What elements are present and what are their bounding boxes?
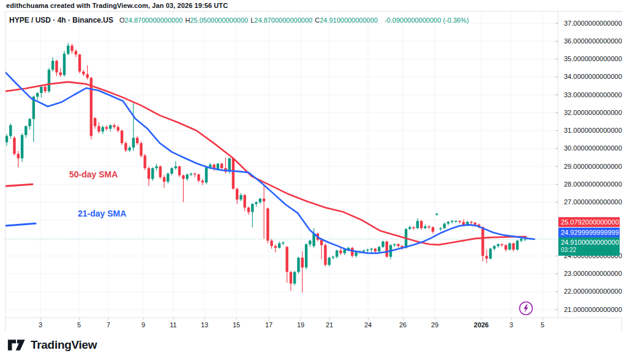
candle: [167, 173, 169, 184]
candle: [332, 256, 334, 259]
candle: [94, 117, 96, 129]
time-axis-tick: [435, 318, 435, 321]
candle: [486, 250, 488, 263]
time-axis-label: 3: [509, 321, 513, 329]
candle: [459, 220, 461, 224]
ohlc-values: O24.8700000000000H25.0500000000000L24.87…: [119, 17, 380, 24]
time-axis-tick: [173, 318, 174, 321]
price-axis-label: 27.0000000000000: [564, 198, 622, 206]
chart-panel: HYPE / USD · 4h · Binance.US O24.8700000…: [5, 11, 622, 330]
candle: [132, 102, 135, 151]
candle: [282, 242, 284, 245]
time-axis-tick: [108, 318, 109, 321]
time-axis-tick: [205, 318, 205, 321]
time-axis-label: 24: [364, 321, 372, 329]
candle: [274, 244, 277, 252]
candle: [97, 122, 100, 133]
candle: [186, 174, 189, 181]
candle: [128, 146, 130, 152]
attribution-text: edithchuama created with TradingView.com…: [6, 2, 228, 9]
candle: [205, 166, 208, 184]
candle: [59, 68, 62, 77]
last-price-badge[interactable]: 24.9100000000000 03:22: [558, 237, 620, 256]
chart-legend: HYPE / USD · 4h · Binance.US O24.8700000…: [9, 16, 469, 24]
candle: [447, 221, 449, 225]
price-axis-label: 30.0000000000000: [564, 144, 622, 152]
time-axis-tick: [481, 318, 482, 321]
price-axis-label: 34.0000000000000: [564, 73, 622, 80]
candle: [412, 226, 415, 230]
candle: [163, 176, 165, 188]
candle: [251, 203, 253, 227]
flash-ideas-button[interactable]: [517, 300, 535, 317]
candle: [305, 243, 307, 269]
footer: TradingView: [0, 330, 627, 364]
tradingview-logo-mark: [7, 338, 26, 352]
candle: [505, 244, 507, 251]
candle: [381, 240, 384, 248]
candle: [136, 136, 138, 145]
candle: [159, 166, 162, 179]
candlestick-series: [6, 43, 527, 292]
tradingview-logo[interactable]: TradingView: [7, 338, 97, 352]
time-axis-tick: [143, 318, 144, 321]
time-axis-tick: [511, 318, 512, 321]
price-chart-canvas[interactable]: [6, 12, 558, 318]
candle: [144, 154, 146, 170]
candle: [366, 249, 369, 253]
time-axis-tick: [301, 318, 301, 321]
price-axis[interactable]: 37.000000000000036.000000000000035.00000…: [558, 12, 622, 318]
candle: [508, 242, 511, 250]
candle: [190, 173, 192, 176]
sma21-day-segment-line: [6, 223, 36, 226]
time-axis-label: 13: [201, 321, 208, 329]
time-axis[interactable]: 3579111315171921242629202635: [6, 318, 621, 331]
candle: [443, 223, 446, 229]
candle: [439, 227, 441, 231]
sma50-label: 50-day SMA: [69, 169, 118, 179]
time-axis-label: 11: [170, 321, 176, 329]
candle: [197, 174, 200, 183]
candle: [312, 228, 315, 248]
candle: [232, 157, 235, 190]
time-axis-label: 5: [541, 321, 544, 329]
time-axis-label: 21: [326, 321, 333, 329]
candle: [336, 250, 338, 259]
price-axis-label: 29.0000000000000: [564, 163, 622, 170]
price-axis-label: 22.0000000000000: [564, 288, 622, 295]
candle: [512, 242, 514, 251]
time-axis-label: 5: [77, 321, 81, 329]
candle: [286, 246, 288, 283]
candle: [324, 243, 326, 267]
candle: [516, 240, 519, 251]
change-value: -0.0900000000000 (-0.36%): [385, 17, 469, 24]
time-axis-tick: [403, 318, 404, 321]
candle: [393, 243, 396, 247]
sma21-price-badge[interactable]: 24.9299999999999: [558, 228, 620, 237]
candle: [293, 271, 296, 285]
candle: [451, 220, 453, 224]
ohlc-item: L24.8700000000000: [250, 17, 312, 24]
candle: [48, 68, 50, 93]
candle: [408, 226, 411, 230]
candle: [193, 173, 196, 177]
candle: [420, 220, 422, 230]
sma50-price-badge[interactable]: 25.0792000000000: [558, 217, 620, 227]
sma21-label: 21-day SMA: [78, 209, 126, 218]
time-axis-label: 15: [233, 321, 240, 329]
candle: [24, 125, 27, 138]
candle: [374, 248, 377, 253]
symbol-title[interactable]: HYPE / USD · 4h · Binance.US: [9, 16, 113, 24]
price-axis-label: 32.0000000000000: [564, 109, 622, 116]
price-axis-label: 35.0000000000000: [564, 55, 622, 62]
candle: [117, 125, 119, 133]
price-axis-label: 31.0000000000000: [564, 127, 622, 134]
candle: [67, 43, 69, 55]
candle: [32, 96, 35, 143]
bar-countdown: 03:22: [561, 247, 620, 254]
price-axis-label: 37.0000000000000: [564, 20, 622, 27]
time-axis-tick: [269, 318, 269, 321]
tradingview-logo-text: TradingView: [31, 338, 97, 352]
candle: [397, 243, 399, 248]
candle: [105, 125, 108, 131]
